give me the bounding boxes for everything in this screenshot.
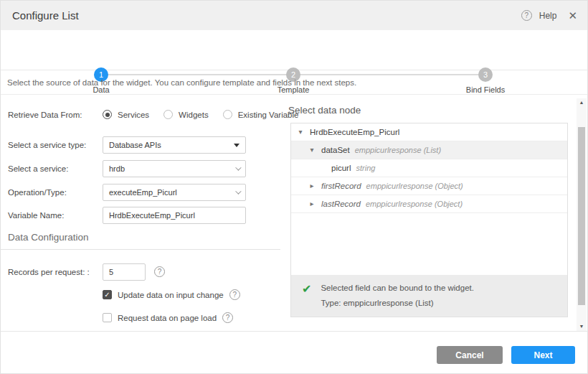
retrieve-data-radio-group: Services Widgets Existing Variable bbox=[103, 110, 298, 119]
tree-node-label: dataSet bbox=[321, 146, 350, 154]
tree-row-picurl[interactable]: picurl string bbox=[291, 159, 567, 177]
binding-status-message: ✔ Selected field can be bound to the wid… bbox=[291, 275, 567, 317]
radio-selected-icon[interactable] bbox=[103, 110, 112, 119]
configure-list-dialog: Configure List ? Help ✕ 1 2 3 Data Templ… bbox=[0, 0, 588, 374]
scrollbar-thumb[interactable] bbox=[578, 127, 585, 305]
request-data-help-icon[interactable]: ? bbox=[222, 312, 233, 323]
radio-unselected-icon[interactable] bbox=[163, 110, 173, 119]
service-type-value: Database APIs bbox=[109, 141, 234, 149]
variable-name-label: Variable Name: bbox=[8, 211, 64, 220]
records-per-request-label: Records per request: : bbox=[8, 268, 90, 276]
operation-value: executeEmp_Picurl bbox=[109, 188, 235, 197]
data-node-tree: ▾ HrdbExecuteEmp_Picurl ▾ dataSet emppic… bbox=[290, 123, 568, 317]
dropdown-arrow-icon bbox=[234, 144, 240, 147]
dialog-header: Configure List ? Help ✕ bbox=[1, 1, 587, 30]
caret-right-icon[interactable]: ▸ bbox=[308, 182, 316, 190]
data-configuration-heading: Data Configuration bbox=[8, 232, 89, 243]
scroll-down-icon[interactable]: ▼ bbox=[577, 322, 587, 331]
tree-row-root[interactable]: ▾ HrdbExecuteEmp_Picurl bbox=[291, 123, 567, 141]
checkbox-checked-icon[interactable]: ✓ bbox=[103, 290, 112, 299]
caret-down-icon[interactable]: ▾ bbox=[297, 128, 304, 136]
vertical-scrollbar[interactable]: ▲ ▼ bbox=[577, 98, 587, 331]
tree-node-label: firstRecord bbox=[321, 182, 361, 190]
chevron-down-icon bbox=[235, 188, 241, 194]
tree-node-label: HrdbExecuteEmp_Picurl bbox=[310, 128, 399, 136]
radio-widgets-label: Widgets bbox=[179, 111, 209, 119]
records-per-request-input[interactable] bbox=[103, 263, 146, 281]
tree-node-type: emppicurlresponse (Object) bbox=[366, 200, 463, 208]
radio-existing-variable[interactable]: Existing Variable bbox=[223, 110, 299, 119]
footer-divider bbox=[1, 331, 587, 332]
radio-services-label: Services bbox=[118, 111, 149, 119]
update-data-help-icon[interactable]: ? bbox=[229, 289, 240, 300]
help-icon[interactable]: ? bbox=[521, 10, 532, 21]
cancel-button[interactable]: Cancel bbox=[437, 346, 503, 364]
check-icon: ✔ bbox=[302, 284, 311, 317]
service-type-label: Select a service type: bbox=[8, 141, 86, 149]
radio-widgets[interactable]: Widgets bbox=[163, 110, 209, 119]
chevron-down-icon bbox=[235, 164, 241, 170]
service-type-dropdown[interactable]: Database APIs bbox=[103, 136, 246, 154]
request-data-label: Request data on page load bbox=[118, 314, 217, 322]
operation-dropdown[interactable]: executeEmp_Picurl bbox=[103, 184, 246, 201]
tree-node-label: lastRecord bbox=[321, 200, 361, 208]
update-data-checkbox-row: ✓ Update data on input change ? bbox=[103, 289, 240, 300]
help-link[interactable]: Help bbox=[539, 11, 557, 21]
close-icon[interactable]: ✕ bbox=[568, 9, 577, 22]
tree-node-label: picurl bbox=[331, 164, 351, 172]
binding-status-line1: Selected field can be bound to the widge… bbox=[321, 284, 474, 292]
page-title: Configure List bbox=[12, 9, 79, 22]
scroll-up-icon[interactable]: ▲ bbox=[577, 98, 587, 107]
records-help-icon[interactable]: ? bbox=[154, 266, 165, 277]
select-data-node-heading: Select data node bbox=[288, 105, 361, 116]
caret-down-icon[interactable]: ▾ bbox=[308, 146, 316, 154]
tree-node-type: emppicurlresponse (Object) bbox=[366, 182, 463, 190]
operation-type-label: Operation/Type: bbox=[8, 188, 67, 197]
radio-unselected-icon[interactable] bbox=[223, 110, 232, 119]
variable-name-input[interactable] bbox=[103, 207, 246, 224]
service-value: hrdb bbox=[109, 164, 235, 173]
tree-row-dataset[interactable]: ▾ dataSet emppicurlresponse (List) bbox=[291, 141, 567, 159]
retrieve-data-from-label: Retrieve Data From: bbox=[8, 111, 82, 119]
caret-right-icon[interactable]: ▸ bbox=[308, 200, 316, 207]
next-button[interactable]: Next bbox=[511, 346, 575, 364]
tree-node-type: string bbox=[356, 164, 375, 172]
binding-status-line2: Type: emppicurlresponse (List) bbox=[321, 299, 474, 307]
dialog-description: Select the source of data for the widget… bbox=[1, 71, 587, 95]
request-data-checkbox-row: Request data on page load ? bbox=[103, 312, 233, 323]
update-data-label: Update data on input change bbox=[118, 291, 224, 299]
description-text: Select the source of data for the widget… bbox=[7, 78, 356, 87]
tree-row-firstrecord[interactable]: ▸ firstRecord emppicurlresponse (Object) bbox=[291, 177, 567, 195]
service-label: Select a service: bbox=[8, 164, 68, 173]
tree-row-lastrecord[interactable]: ▸ lastRecord emppicurlresponse (Object) bbox=[291, 195, 567, 213]
service-dropdown[interactable]: hrdb bbox=[103, 160, 246, 177]
checkbox-unchecked-icon[interactable] bbox=[103, 313, 112, 322]
wizard-steps: 1 2 3 Data Template Bind Fields bbox=[1, 30, 587, 70]
radio-services[interactable]: Services bbox=[103, 110, 149, 119]
section-divider bbox=[1, 249, 280, 250]
tree-node-type: emppicurlresponse (List) bbox=[355, 146, 441, 154]
tree-empty-space bbox=[291, 213, 567, 275]
